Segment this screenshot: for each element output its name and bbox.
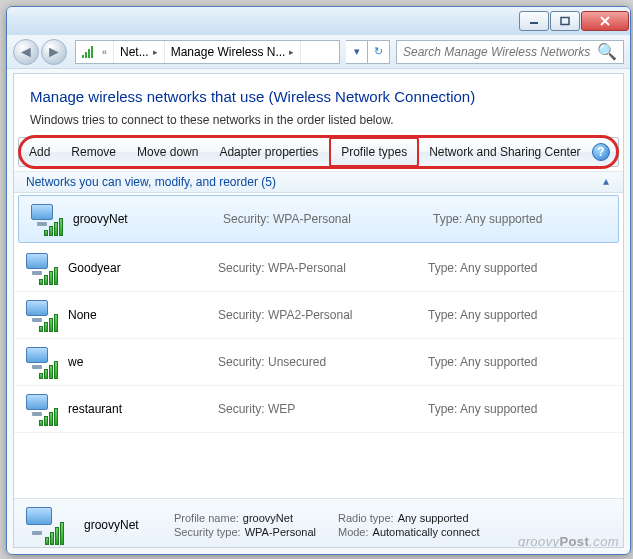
details-name: groovyNet — [84, 518, 164, 532]
back-button[interactable]: ◄ — [13, 39, 39, 65]
watermark: groovyPost.com — [518, 534, 619, 548]
wireless-network-icon — [24, 345, 58, 379]
network-name: None — [68, 308, 218, 322]
network-security: Security: WPA-Personal — [223, 212, 433, 226]
wireless-network-icon — [29, 202, 63, 236]
refresh-button[interactable]: ↻ — [368, 40, 390, 64]
network-row[interactable]: None Security: WPA2-Personal Type: Any s… — [14, 292, 623, 339]
network-row[interactable]: we Security: Unsecured Type: Any support… — [14, 339, 623, 386]
remove-button[interactable]: Remove — [61, 138, 127, 166]
network-type: Type: Any supported — [428, 355, 613, 369]
network-name: Goodyear — [68, 261, 218, 275]
wireless-network-icon — [24, 392, 58, 426]
forward-button[interactable]: ► — [41, 39, 67, 65]
group-header[interactable]: Networks you can view, modify, and reord… — [14, 171, 623, 193]
add-button[interactable]: Add — [19, 138, 61, 166]
help-icon[interactable]: ? — [592, 143, 610, 161]
page-title: Manage wireless networks that use (Wirel… — [30, 88, 607, 105]
page-subtitle: Windows tries to connect to these networ… — [30, 113, 607, 127]
wireless-network-icon — [24, 505, 64, 545]
network-name: we — [68, 355, 218, 369]
network-type: Type: Any supported — [433, 212, 608, 226]
command-toolbar: Add Remove Move down Adapter properties … — [18, 137, 619, 167]
address-bar[interactable]: « Net...▸ Manage Wireless N...▸ — [75, 40, 340, 64]
breadcrumb-net[interactable]: Net...▸ — [114, 41, 165, 63]
network-security: Security: WPA2-Personal — [218, 308, 428, 322]
adapter-properties-button[interactable]: Adapter properties — [209, 138, 329, 166]
close-button[interactable] — [581, 11, 629, 31]
minimize-button[interactable] — [519, 11, 549, 31]
network-name: groovyNet — [73, 212, 223, 226]
titlebar — [7, 7, 630, 35]
network-row[interactable]: restaurant Security: WEP Type: Any suppo… — [14, 386, 623, 433]
wireless-network-icon — [24, 298, 58, 332]
network-type: Type: Any supported — [428, 261, 613, 275]
network-security: Security: Unsecured — [218, 355, 428, 369]
chevron-up-icon: ▼ — [601, 177, 611, 188]
search-input[interactable] — [403, 45, 597, 59]
network-type: Type: Any supported — [428, 402, 613, 416]
network-list: groovyNet Security: WPA-Personal Type: A… — [14, 193, 623, 498]
content-pane: Manage wireless networks that use (Wirel… — [13, 73, 624, 548]
search-icon: 🔍 — [597, 42, 617, 61]
network-name: restaurant — [68, 402, 218, 416]
profile-types-button[interactable]: Profile types — [329, 137, 419, 167]
svg-rect-1 — [561, 18, 569, 25]
network-security: Security: WPA-Personal — [218, 261, 428, 275]
network-sharing-center-button[interactable]: Network and Sharing Center — [419, 138, 591, 166]
move-down-button[interactable]: Move down — [127, 138, 209, 166]
network-security: Security: WEP — [218, 402, 428, 416]
maximize-button[interactable] — [550, 11, 580, 31]
navigation-row: ◄ ► « Net...▸ Manage Wireless N...▸ ▾ ↻ … — [7, 35, 630, 69]
signal-icon — [82, 46, 96, 58]
network-row[interactable]: groovyNet Security: WPA-Personal Type: A… — [18, 195, 619, 243]
network-type: Type: Any supported — [428, 308, 613, 322]
breadcrumb-manage[interactable]: Manage Wireless N...▸ — [165, 41, 302, 63]
search-box[interactable]: 🔍 — [396, 40, 624, 64]
breadcrumb-root[interactable]: « — [76, 41, 114, 63]
network-row[interactable]: Goodyear Security: WPA-Personal Type: An… — [14, 245, 623, 292]
group-label: Networks you can view, modify, and reord… — [26, 175, 276, 189]
explorer-window: ◄ ► « Net...▸ Manage Wireless N...▸ ▾ ↻ … — [6, 6, 631, 555]
wireless-network-icon — [24, 251, 58, 285]
history-dropdown[interactable]: ▾ — [346, 40, 368, 64]
